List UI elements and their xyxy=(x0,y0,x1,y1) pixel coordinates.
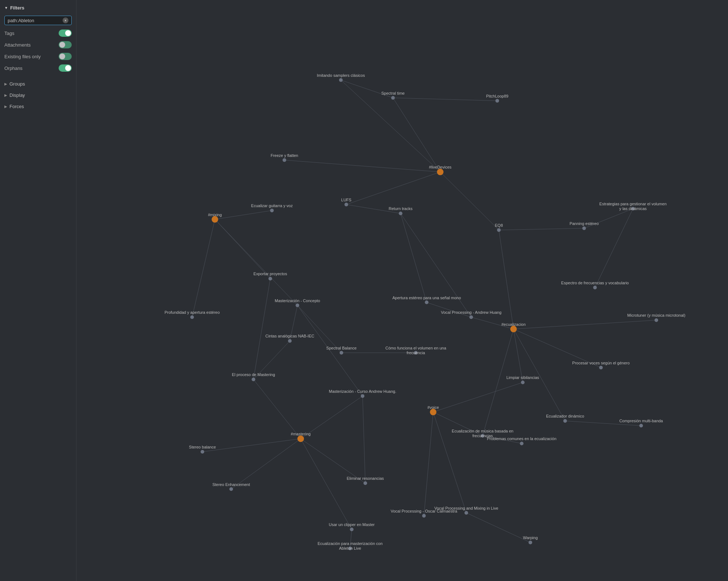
tags-toggle[interactable] xyxy=(59,29,72,37)
graph-node[interactable]: Estrategias para gestionar el volumeny l… xyxy=(600,202,667,211)
search-input[interactable] xyxy=(8,18,63,23)
graph-node[interactable]: Spectral Balance xyxy=(326,346,356,355)
graph-edge xyxy=(424,412,433,516)
filters-header[interactable]: ▼ Filters xyxy=(0,3,76,13)
graph-node[interactable]: Vocal Processing and Mixing in Live xyxy=(434,506,498,515)
graph-node[interactable]: Compresión multi-banda xyxy=(619,419,663,427)
node-circle xyxy=(422,514,426,518)
graph-edge xyxy=(215,220,270,279)
node-circle xyxy=(350,527,353,531)
groups-header[interactable]: ▶ Groups xyxy=(0,78,76,90)
search-box: × xyxy=(4,16,72,25)
attachments-row: Attachments xyxy=(4,40,72,49)
graph-edge xyxy=(215,220,297,305)
node-circle xyxy=(296,304,299,307)
node-circle xyxy=(497,228,501,232)
graph-node[interactable]: Profundidad y apertura estéreo xyxy=(165,310,220,319)
node-circle xyxy=(464,511,468,515)
graph-node[interactable]: Microtuner (y música microtonal) xyxy=(627,313,685,322)
node-label: Warping xyxy=(523,535,538,540)
graph-node[interactable]: Ecualizar guitarra y voz xyxy=(251,203,293,212)
orphans-toggle[interactable] xyxy=(59,64,72,72)
graph-node[interactable]: Return tracks xyxy=(389,206,413,215)
node-label: #liveDevices xyxy=(429,165,452,169)
graph-node[interactable]: Limpiar sibilancias xyxy=(506,375,539,384)
graph-node[interactable]: Espectro de frecuencias y vocabulario xyxy=(561,281,629,289)
graph-edge xyxy=(595,209,633,288)
node-circle xyxy=(495,99,499,103)
node-circle xyxy=(282,158,286,162)
node-label: Ecualizar guitarra y voz xyxy=(251,203,293,208)
graph-node[interactable]: Exportar proyectos xyxy=(253,272,287,280)
node-label: Apertura estéreo para una señal mono xyxy=(392,296,461,300)
graph-node[interactable]: Masterización - Concepto xyxy=(275,299,320,307)
graph-node[interactable]: Freeze y flatten xyxy=(270,153,298,162)
graph-node[interactable]: Ecualizador dinámico xyxy=(546,414,584,423)
node-label: y las dinámicas xyxy=(619,206,647,211)
graph-edge xyxy=(297,305,363,396)
graph-node[interactable]: Masterización - Curso Andrew Huang. xyxy=(329,389,396,398)
graph-node[interactable]: Panning estéreo xyxy=(570,221,599,230)
display-header[interactable]: ▶ Display xyxy=(0,90,76,101)
graph-area[interactable]: Imitando samplers clásicosSpectral timeP… xyxy=(76,0,728,581)
graph-node[interactable]: #mixing xyxy=(208,213,222,223)
graph-node[interactable]: EQ8 xyxy=(495,223,503,232)
graph-edge xyxy=(401,213,471,317)
node-circle xyxy=(654,318,658,322)
graph-node[interactable]: PitchLoop89 xyxy=(486,94,508,103)
graph-edge xyxy=(202,439,301,452)
graph-edge xyxy=(483,329,514,436)
graph-node[interactable]: Apertura estéreo para una señal mono xyxy=(392,296,461,304)
graph-node[interactable]: Problemas comunes en la ecualización xyxy=(487,436,557,445)
graph-edge xyxy=(284,160,440,172)
node-circle xyxy=(582,226,586,230)
graph-node[interactable]: Spectral time xyxy=(381,91,405,100)
graph-node[interactable]: #liveDevices xyxy=(429,165,452,175)
graph-node[interactable]: Eliminar resonancias xyxy=(347,476,384,485)
graph-node[interactable]: #mastering xyxy=(291,432,310,442)
graph-node[interactable]: Cómo funciona el volumen en unafrecuenci… xyxy=(385,346,447,355)
node-label: Spectral time xyxy=(381,91,405,95)
node-label: Imitando samplers clásicos xyxy=(317,73,365,78)
graph-node[interactable]: Usar un clipper en Master xyxy=(329,522,375,531)
graph-node[interactable]: Stereo Enhancement xyxy=(212,482,250,491)
node-circle xyxy=(430,409,436,415)
node-label: Vocal Processing and Mixing in Live xyxy=(434,506,498,510)
existing-files-toggle[interactable] xyxy=(59,53,72,60)
graph-node[interactable]: El proceso de Mastering xyxy=(232,372,275,381)
node-circle xyxy=(340,351,343,355)
node-circle xyxy=(593,286,597,289)
node-label: EQ8 xyxy=(495,223,503,228)
graph-node[interactable]: Imitando samplers clásicos xyxy=(317,73,365,82)
graph-node[interactable]: #ecualizacion xyxy=(501,322,526,332)
node-label: #mixing xyxy=(208,213,222,217)
graph-edge xyxy=(514,329,565,421)
graph-edge xyxy=(514,320,656,329)
node-circle xyxy=(288,339,292,343)
existing-files-label: Existing files only xyxy=(4,54,41,59)
clear-search-button[interactable]: × xyxy=(63,17,68,23)
graph-edge xyxy=(466,513,530,542)
graph-node[interactable]: Cintas analógicas NAB-IEC xyxy=(265,334,314,343)
attachments-toggle[interactable] xyxy=(59,41,72,48)
node-circle xyxy=(339,78,343,82)
node-label: Problemas comunes en la ecualización xyxy=(487,436,557,441)
node-label: LUFS xyxy=(341,198,351,202)
graph-edge xyxy=(433,382,523,412)
node-label: Espectro de frecuencias y vocabulario xyxy=(561,281,629,285)
graph-edge xyxy=(427,303,471,317)
graph-node[interactable]: Warping xyxy=(523,535,538,544)
graph-edge xyxy=(499,228,584,230)
graph-edge xyxy=(393,98,497,101)
attachments-label: Attachments xyxy=(4,42,31,48)
forces-header[interactable]: ▶ Forces xyxy=(0,101,76,112)
node-circle xyxy=(201,450,204,454)
graph-node[interactable]: Vocal Processing - Andrew Huang xyxy=(441,310,501,319)
graph-node[interactable]: Procesar voces según el género xyxy=(572,361,630,369)
graph-node[interactable]: Stereo balance xyxy=(189,445,216,454)
node-circle xyxy=(190,315,194,319)
orphans-label: Orphans xyxy=(4,66,23,71)
node-circle xyxy=(211,216,218,223)
node-label: Return tracks xyxy=(389,206,413,211)
graph-node[interactable]: Ecualización para masterización conAblet… xyxy=(318,541,383,550)
